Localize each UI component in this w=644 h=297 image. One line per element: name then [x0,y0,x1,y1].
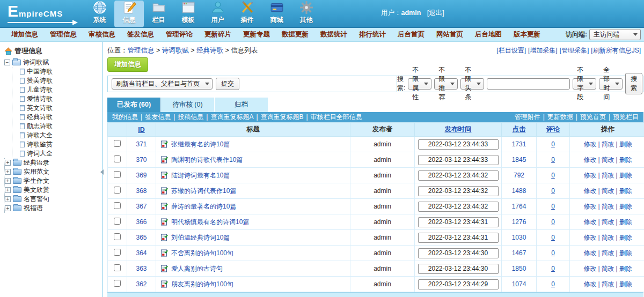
expand-icon[interactable] [5,178,11,184]
subnav-item-5[interactable]: 更新碎片 [199,30,237,39]
publish-time-input[interactable] [418,279,499,289]
row-checkbox[interactable] [114,187,121,194]
recommend-select[interactable]: 不限推荐 [434,78,458,90]
tree-branch-link[interactable]: 美文欣赏 [24,185,49,195]
expand-icon[interactable] [5,160,11,166]
row-title-link[interactable]: 张继最有名的诗10篇 [171,140,230,148]
topbar-menu-template[interactable]: 模板 [173,1,203,27]
tree-leaf-link[interactable]: 赞美诗歌 [27,76,53,85]
access-terminal-select[interactable]: 主访问端 [589,29,641,40]
row-op-0[interactable]: 修改 [583,140,596,148]
subnav-item-3[interactable]: 签发信息 [121,30,160,39]
logout-link[interactable]: [退出] [427,9,444,17]
tree-leaf-link[interactable]: 诗歌大全 [27,131,53,140]
row-op-0[interactable]: 修改 [583,265,596,272]
row-op-1[interactable]: 简改 [602,187,614,195]
row-title-link[interactable]: 爱人离别的古诗句 [171,265,223,272]
submit-button[interactable]: 提交 [216,78,239,90]
subnav-item-1[interactable]: 管理信息 [44,30,83,39]
topbar-menu-column[interactable]: 栏目 [144,1,173,27]
row-comments-link[interactable]: 0 [551,187,555,195]
row-title-link[interactable]: 薛涛的最著名的诗10篇 [171,203,236,210]
row-title-link[interactable]: 苏辙的诗词代表作10篇 [171,187,236,195]
breadcrumb-link[interactable]: 诗词歌赋 [162,47,189,54]
row-checkbox[interactable] [114,171,121,178]
row-id-link[interactable]: 366 [136,218,147,226]
tree-root-link[interactable]: 诗词歌赋 [23,58,49,67]
row-comments-link[interactable]: 0 [551,249,555,257]
row-op-2[interactable]: 删除 [619,140,632,148]
publish-time-input[interactable] [418,186,499,196]
field-select[interactable]: 不限字段 [573,78,596,90]
row-op-0[interactable]: 修改 [583,280,596,288]
subnav-item-13[interactable]: 版本更新 [508,30,546,39]
row-comments-link[interactable]: 0 [551,172,555,179]
topbar-menu-mall[interactable]: 商城 [262,1,291,27]
row-comments-link[interactable]: 0 [551,265,555,272]
row-title-link[interactable]: 陆游诗词最有名10篇 [171,172,230,179]
tree-branch-link[interactable]: 祝福语 [24,204,43,213]
breadcrumb-link[interactable]: 经典诗歌 [196,47,223,54]
row-op-0[interactable]: 修改 [583,187,596,195]
comments-sort-link[interactable]: 评论 [546,125,560,133]
row-op-2[interactable]: 删除 [619,203,632,210]
id-sort-link[interactable]: ID [138,126,145,133]
toolbar-left-link-3[interactable]: 查询重复标题A [210,113,253,121]
publish-time-input[interactable] [418,139,499,150]
attribute-select[interactable]: 不限属性 [408,78,431,90]
row-op-0[interactable]: 修改 [583,172,596,179]
expand-icon[interactable] [5,169,11,175]
row-op-1[interactable]: 简改 [602,203,614,210]
collapse-icon[interactable] [4,60,10,65]
tree-branch-link[interactable]: 学生作文 [24,176,49,185]
row-comments-link[interactable]: 0 [551,234,555,241]
search-button[interactable]: 搜索 [625,73,642,94]
subnav-item-2[interactable]: 审核信息 [83,30,121,39]
subnav-item-0[interactable]: 增加信息 [5,30,44,39]
publish-time-input[interactable] [418,202,499,212]
row-checkbox[interactable] [114,218,121,225]
tab-archive[interactable]: 归档 [215,98,268,112]
publish-time-input[interactable] [418,155,499,165]
row-checkbox[interactable] [114,155,121,162]
tree-branch-link[interactable]: 经典语录 [24,158,49,167]
row-op-0[interactable]: 修改 [583,218,596,226]
expand-icon[interactable] [5,187,11,193]
row-op-1[interactable]: 简改 [602,140,614,148]
time-range-select[interactable]: 全部时间 [599,78,623,90]
row-op-1[interactable]: 简改 [602,249,614,257]
add-info-button[interactable]: 增加信息 [107,57,148,72]
toolbar-left-link-2[interactable]: 投稿信息 [178,113,203,121]
row-comments-link[interactable]: 0 [551,156,555,164]
subnav-item-6[interactable]: 更新专题 [237,30,276,39]
row-id-link[interactable]: 368 [136,187,147,195]
row-op-2[interactable]: 删除 [619,249,632,257]
row-checkbox[interactable] [114,202,121,209]
row-comments-link[interactable]: 0 [551,218,555,226]
row-id-link[interactable]: 370 [136,156,147,164]
tree-leaf-link[interactable]: 儿童诗歌 [27,85,53,94]
publish-time-input[interactable] [418,233,499,243]
row-title-link[interactable]: 明代杨慎最有名的诗词10篇 [171,218,249,226]
row-title-link[interactable]: 刘伯温经典诗词10篇 [171,234,230,241]
breadcrumb-action-0[interactable]: [栏目设置] [496,46,526,55]
tab-pending[interactable]: 待审核 (0) [161,98,215,112]
topbar-menu-plugin[interactable]: 插件 [232,1,262,27]
clicks-sort-link[interactable]: 点击 [513,125,526,133]
row-op-0[interactable]: 修改 [583,156,596,164]
toolbar-left-link-1[interactable]: 签发信息 [145,113,171,121]
subnav-item-12[interactable]: 后台地图 [469,30,508,39]
tree-leaf-link[interactable]: 爱情诗歌 [27,94,53,103]
row-title-link[interactable]: 陶渊明的诗歌代表作10篇 [171,156,243,164]
refresh-scope-select[interactable]: 刷新当前栏目、父栏目与首页 [112,78,213,90]
sidebar-collapse-handle[interactable] [100,160,104,184]
row-comments-link[interactable]: 0 [551,203,555,210]
subnav-item-10[interactable]: 后台首页 [392,30,430,39]
row-op-0[interactable]: 修改 [583,234,596,241]
row-checkbox[interactable] [114,264,121,271]
breadcrumb-link[interactable]: 管理信息 [128,47,155,54]
subnav-item-11[interactable]: 网站首页 [430,30,469,39]
row-op-1[interactable]: 简改 [602,234,614,241]
topbar-menu-user[interactable]: 用户 [203,1,232,27]
toolbar-left-link-5[interactable]: 审核栏目全部信息 [311,113,362,121]
